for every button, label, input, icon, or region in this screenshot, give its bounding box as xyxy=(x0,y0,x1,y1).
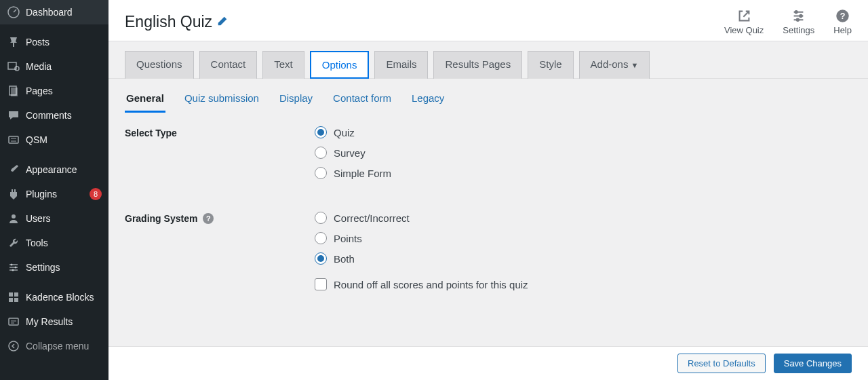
admin-sidebar: Dashboard Posts Media Pages Comments QSM… xyxy=(0,0,108,380)
view-quiz-action[interactable]: View Quiz xyxy=(724,8,764,35)
plugin-icon xyxy=(7,187,20,201)
sidebar-item-my-results[interactable]: My Results xyxy=(0,309,108,334)
sidebar-item-label: Dashboard xyxy=(26,7,102,18)
main-content: English Quiz View Quiz Settings ? Help Q… xyxy=(108,0,868,380)
sidebar-item-label: Plugins xyxy=(26,189,87,200)
svg-point-21 xyxy=(800,15,802,17)
svg-point-10 xyxy=(15,267,17,269)
subtab-quiz-submission[interactable]: Quiz submission xyxy=(183,87,260,113)
sidebar-item-settings[interactable]: Settings xyxy=(0,255,108,280)
sidebar-item-collapse[interactable]: Collapse menu xyxy=(0,334,108,358)
settings-panel: Select Type Quiz Survey Simple Form xyxy=(108,113,868,337)
sidebar-item-pages[interactable]: Pages xyxy=(0,79,108,103)
tab-contact[interactable]: Contact xyxy=(199,51,258,79)
external-link-icon xyxy=(736,8,752,24)
radio-survey[interactable]: Survey xyxy=(315,147,852,159)
sidebar-item-label: Media xyxy=(26,61,102,72)
radio-points[interactable]: Points xyxy=(315,232,852,244)
header-actions: View Quiz Settings ? Help xyxy=(724,8,852,35)
svg-point-9 xyxy=(11,264,13,266)
radio-icon xyxy=(315,126,327,138)
sidebar-item-label: Appearance xyxy=(26,164,102,175)
radio-correct-incorrect[interactable]: Correct/Incorrect xyxy=(315,212,852,224)
users-icon xyxy=(7,212,20,225)
radio-icon xyxy=(315,252,327,265)
svg-point-8 xyxy=(12,214,16,218)
brush-icon xyxy=(7,163,20,176)
sidebar-item-users[interactable]: Users xyxy=(0,206,108,231)
sidebar-item-kadence[interactable]: Kadence Blocks xyxy=(0,285,108,309)
svg-point-19 xyxy=(9,341,18,351)
plugins-badge: 8 xyxy=(90,188,102,200)
settings-icon xyxy=(7,261,20,274)
svg-point-20 xyxy=(795,11,797,13)
svg-rect-12 xyxy=(9,292,13,297)
sidebar-item-media[interactable]: Media xyxy=(0,54,108,79)
checkbox-round-off[interactable]: Round off all scores and points for this… xyxy=(315,278,852,290)
radio-quiz[interactable]: Quiz xyxy=(315,126,852,138)
subtab-legacy[interactable]: Legacy xyxy=(410,87,446,113)
sidebar-item-qsm[interactable]: QSM xyxy=(0,128,108,152)
page-title: English Quiz xyxy=(125,13,229,31)
tab-questions[interactable]: Questions xyxy=(125,51,194,79)
tab-addons[interactable]: Add-ons▼ xyxy=(579,51,650,79)
radio-icon xyxy=(315,167,327,179)
tab-style[interactable]: Style xyxy=(528,51,573,79)
subtab-contact-form[interactable]: Contact form xyxy=(332,87,393,113)
field-select-type: Select Type Quiz Survey Simple Form xyxy=(125,126,852,187)
tab-text[interactable]: Text xyxy=(262,51,304,79)
svg-text:?: ? xyxy=(840,12,846,21)
edit-title-icon[interactable] xyxy=(216,13,229,31)
radio-icon xyxy=(315,147,327,159)
subtab-display[interactable]: Display xyxy=(278,87,314,113)
sidebar-item-posts[interactable]: Posts xyxy=(0,30,108,54)
svg-rect-15 xyxy=(14,298,18,302)
field-grading-system: Grading System ? Correct/Incorrect Point… xyxy=(125,212,852,299)
sidebar-item-label: Pages xyxy=(26,86,102,96)
tab-options[interactable]: Options xyxy=(310,51,370,79)
sidebar-item-dashboard[interactable]: Dashboard xyxy=(0,0,108,24)
svg-point-2 xyxy=(15,66,19,71)
svg-rect-16 xyxy=(9,318,18,325)
sliders-icon xyxy=(791,8,806,24)
settings-action[interactable]: Settings xyxy=(783,8,814,35)
sidebar-item-appearance[interactable]: Appearance xyxy=(0,157,108,182)
tools-icon xyxy=(7,236,20,250)
subtab-general[interactable]: General xyxy=(125,87,165,113)
tab-emails[interactable]: Emails xyxy=(374,51,428,79)
sidebar-item-label: Kadence Blocks xyxy=(26,292,102,303)
dashboard-icon xyxy=(7,5,20,19)
svg-rect-14 xyxy=(9,298,13,302)
sub-tabs: General Quiz submission Display Contact … xyxy=(108,79,868,113)
sidebar-item-label: Comments xyxy=(26,110,102,121)
sidebar-item-tools[interactable]: Tools xyxy=(0,231,108,255)
svg-rect-4 xyxy=(11,88,18,96)
chevron-down-icon: ▼ xyxy=(631,61,638,69)
sidebar-item-label: Settings xyxy=(26,262,102,273)
blocks-icon xyxy=(7,290,20,304)
comments-icon xyxy=(7,109,20,122)
help-tooltip-icon[interactable]: ? xyxy=(203,213,214,224)
radio-icon xyxy=(315,232,327,244)
pages-icon xyxy=(7,84,20,98)
reset-button[interactable]: Reset to Defaults xyxy=(677,354,766,373)
sidebar-item-label: Collapse menu xyxy=(26,341,102,352)
main-tabs: Questions Contact Text Options Emails Re… xyxy=(108,41,868,79)
svg-point-22 xyxy=(797,19,799,21)
tab-results-pages[interactable]: Results Pages xyxy=(433,51,522,79)
sidebar-item-plugins[interactable]: Plugins 8 xyxy=(0,182,108,206)
page-header: English Quiz View Quiz Settings ? Help xyxy=(108,0,868,41)
help-action[interactable]: ? Help xyxy=(833,8,852,35)
footer-bar: Reset to Defaults Save Changes xyxy=(108,346,868,380)
radio-both[interactable]: Both xyxy=(315,252,852,265)
save-button[interactable]: Save Changes xyxy=(774,354,852,373)
radio-simple-form[interactable]: Simple Form xyxy=(315,167,852,179)
radio-icon xyxy=(315,212,327,224)
sidebar-item-label: QSM xyxy=(26,134,102,145)
sidebar-item-label: Users xyxy=(26,213,102,224)
results-icon xyxy=(7,315,20,328)
svg-point-11 xyxy=(12,269,14,271)
checkbox-icon xyxy=(315,278,327,290)
media-icon xyxy=(7,60,20,73)
sidebar-item-comments[interactable]: Comments xyxy=(0,103,108,128)
